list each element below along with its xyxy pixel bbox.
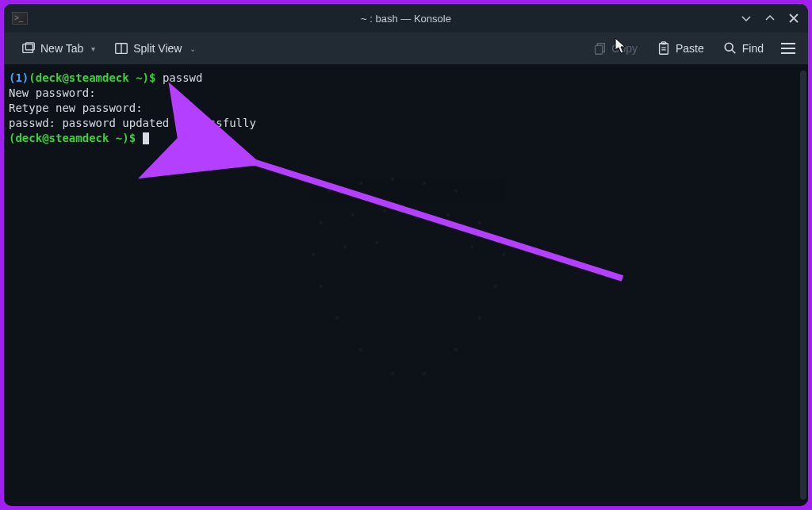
split-view-button[interactable]: Split View ⌄: [106, 36, 204, 60]
copy-icon: [592, 41, 607, 56]
copy-label: Copy: [611, 42, 638, 55]
hamburger-menu-button[interactable]: [781, 40, 799, 57]
copy-button: Copy: [584, 36, 645, 60]
chevron-down-icon: ⌄: [190, 44, 196, 53]
svg-line-10: [732, 50, 736, 54]
svg-point-9: [725, 43, 733, 51]
annotation-arrow: [4, 64, 797, 506]
svg-line-36: [238, 157, 622, 278]
split-view-label: Split View: [133, 42, 182, 55]
konsole-window: >_ ~ : bash — Konsole: [4, 4, 808, 506]
split-view-icon: [114, 41, 128, 56]
svg-rect-0: [23, 44, 33, 53]
new-tab-label: New Tab: [40, 42, 83, 55]
search-icon: [723, 41, 737, 56]
terminal-output[interactable]: (1)(deck@steamdeck ~)$ passwd New passwo…: [4, 64, 808, 506]
toolbar: New Tab ▾ Split View ⌄ Copy: [4, 33, 808, 64]
titlebar: >_ ~ : bash — Konsole: [4, 4, 808, 33]
terminal-app-icon: >_: [12, 12, 28, 25]
scrollbar[interactable]: [800, 71, 806, 500]
new-tab-icon: [21, 41, 36, 56]
svg-rect-5: [660, 44, 668, 54]
find-label: Find: [742, 42, 764, 55]
chevron-down-icon: ▾: [91, 44, 95, 53]
paste-button[interactable]: Paste: [649, 36, 712, 60]
find-button[interactable]: Find: [715, 36, 772, 60]
paste-icon: [657, 41, 671, 56]
minimize-button[interactable]: [740, 12, 753, 25]
new-tab-button[interactable]: New Tab ▾: [13, 36, 103, 60]
paste-label: Paste: [676, 42, 704, 55]
maximize-button[interactable]: [764, 12, 776, 25]
close-button[interactable]: [787, 12, 800, 25]
svg-rect-4: [596, 45, 603, 54]
window-title: ~ : bash — Konsole: [361, 13, 451, 25]
window-controls: [740, 12, 800, 25]
